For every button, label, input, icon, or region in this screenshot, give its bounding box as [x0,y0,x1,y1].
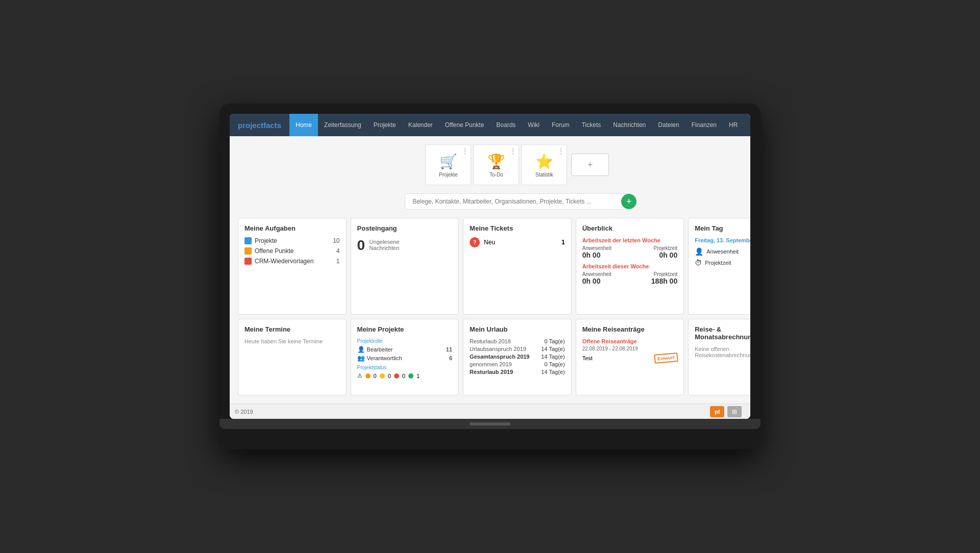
uberblick-letzte-projektzeit-label: Projektzeit [654,245,678,251]
card-meine-aufgaben: Meine Aufgaben Projekte 10 Offene Punkte… [238,218,347,315]
projekt-verantwortlich[interactable]: 👥 Verantwortlich 6 [357,355,453,362]
uberblick-letzte-anwesenheit-value: 0h 00 [582,251,611,259]
search-add-button[interactable]: + [621,194,636,209]
verantwortlich-count: 6 [449,355,452,361]
urlaub-anspruch2019-label: Urlaubsanspruch 2019 [470,346,526,352]
dashboard-grid-row2: Meine Termine Heute haben Sie keine Term… [238,319,750,395]
urlaub-resturlaub2018-value: 0 Tag(e) [544,338,565,344]
task-offenepunkte[interactable]: Offene Punkte 4 [244,247,340,255]
task-offenepunkte-dot [244,247,252,255]
status-warning-icon: ⚠ [357,372,362,379]
mein-tag-projektzeit: ⏱ Projektzeit 180h 00 [695,259,750,267]
reise-monat-empty: Keine offenen Reisekostenabrechnungen [695,346,750,358]
posteingang-content: 0 UngeleseneNachrichten [357,237,453,254]
nav-nachrichten[interactable]: Nachrichten [607,114,652,136]
pf-icon: pf [715,409,720,415]
urlaub-anspruch2019: Urlaubsanspruch 2019 14 Tag(e) [470,346,565,352]
nav-kalender[interactable]: Kalender [402,114,439,136]
uberblick-diese-woche: Arbeitszeit dieser Woche Anwesenheit 0h … [582,263,678,285]
bearbeiter-count: 11 [446,346,452,353]
reise-item-name: Test [582,355,593,361]
plus-icon: + [587,160,593,170]
ticket-neu-row[interactable]: ? Neu 1 [470,237,565,247]
card-posteingang: Posteingang 0 UngeleseneNachrichten [351,218,459,315]
widget-todo-icon: 🏆 [487,153,505,170]
anwesenheit-icon: 👤 [695,247,703,256]
search-input[interactable] [405,193,629,210]
widget-statistik-menu[interactable]: ⋮ [557,147,565,155]
projekt-bearbeiter[interactable]: 👤 Bearbeiter 11 [357,346,453,353]
reise-date: 22.08.2019 - 22.08.2019 [582,346,678,351]
nav-projekte[interactable]: Projekte [368,114,402,136]
widget-todo-menu[interactable]: ⋮ [509,147,517,155]
nav-tickets[interactable]: Tickets [576,114,607,136]
grid-icon: ⊞ [732,408,737,415]
card-meine-termine: Meine Termine Heute haben Sie keine Term… [238,319,347,395]
nav-dateien[interactable]: Dateien [652,114,685,136]
task-crm-count: 1 [336,258,340,265]
reise-offene-title: Offene Reiseanträge [582,338,678,344]
ticket-neu-label: Neu [484,239,495,246]
nav-finanzen[interactable]: Finanzen [685,114,723,136]
nav-crm[interactable]: CRM [744,114,750,136]
nav-offenepunkte[interactable]: Offene Punkte [439,114,491,136]
nav-zeiterfassung[interactable]: Zeiterfassung [318,114,368,136]
ticket-neu-icon: ? [470,237,480,247]
task-projekte-count: 10 [333,237,339,244]
urlaub-rest2019-label: Resturlaub 2019 [470,369,513,375]
bearbeiter-label: Bearbeiter [367,346,444,353]
card-mein-urlaub: Mein Urlaub Resturlaub 2018 0 Tag(e) Url… [463,319,572,395]
nav-home[interactable]: Home [289,114,318,136]
footer-btn-grid[interactable]: ⊞ [727,406,742,417]
widget-todo[interactable]: ⋮ 🏆 To-Do [473,144,519,185]
navbar: projectfacts Home Zeiterfassung Projekte… [230,114,750,136]
card-mein-tag-title: Mein Tag [695,224,750,232]
uberblick-letzte-anwesenheit-label: Anwesenheit [582,245,611,251]
urlaub-rest2019: Resturlaub 2019 14 Tag(e) [470,369,565,375]
card-meine-reiseantraege: Meine Reiseanträge Offene Reiseanträge 2… [576,319,684,395]
posteingang-label: UngeleseneNachrichten [370,239,400,251]
task-crm-dot [244,258,252,265]
nav-forum[interactable]: Forum [546,114,576,136]
uberblick-letzte-projektzeit-value: 0h 00 [654,251,678,259]
card-meine-tickets-title: Meine Tickets [470,224,565,232]
projektzeit-icon: ⏱ [695,259,702,267]
status-red-count: 0 [402,373,405,379]
card-mein-tag: Mein Tag Freitag, 13. September 2019 👤 A… [688,218,750,315]
search-bar: + [405,193,629,210]
urlaub-gesamt2019-label: Gesamtanspruch 2019 [470,354,529,360]
nav-hr[interactable]: HR [723,114,744,136]
reise-item-test[interactable]: Test Entwurf [582,354,678,363]
posteingang-count: 0 [357,237,365,253]
card-meine-reiseantraege-title: Meine Reiseanträge [582,325,678,333]
status-green-count: 1 [416,373,420,379]
urlaub-gesamt2019-value: 14 Tag(e) [541,354,565,360]
task-crm[interactable]: CRM-Wiedervorlagen 1 [244,258,340,265]
task-projekte[interactable]: Projekte 10 [244,237,340,244]
widget-projekte[interactable]: ⋮ 🛒 Projekte [425,144,471,185]
uberblick-diese-woche-title: Arbeitszeit dieser Woche [582,263,678,269]
nav-wiki[interactable]: Wiki [522,114,546,136]
status-orange-count: 0 [374,373,377,379]
widget-statistik-icon: ⭐ [535,153,553,170]
urlaub-genommen2019: genommen 2019 0 Tag(e) [470,361,565,367]
footer-btn-orange[interactable]: pf [710,406,724,417]
card-reise-monat-title: Reise- & Monatsabrechnungen [695,325,750,341]
widget-statistik[interactable]: ⋮ ⭐ Statistik [521,144,567,185]
anwesenheit-label: Anwesenheit [706,248,750,255]
widget-add-button[interactable]: + [571,154,609,176]
task-projekte-label: Projekte [255,237,277,244]
urlaub-resturlaub2018: Resturlaub 2018 0 Tag(e) [470,338,565,344]
footer-btn-dot[interactable]: ● [745,406,750,417]
widget-projekte-menu[interactable]: ⋮ [461,147,469,155]
card-meine-projekte: Meine Projekte Projektrolle 👤 Bearbeiter… [351,319,459,395]
logo[interactable]: projectfacts [230,114,289,136]
mein-tag-anwesenheit: 👤 Anwesenheit 0h 00 [695,247,750,256]
card-meine-aufgaben-title: Meine Aufgaben [244,224,340,232]
widget-todo-label: To-Do [489,172,503,178]
nav-boards[interactable]: Boards [490,114,522,136]
uberblick-letzte-anwesenheit: Anwesenheit 0h 00 Projektzeit 0h 00 [582,245,678,259]
nav-items: Home Zeiterfassung Projekte Kalender Off… [289,114,750,136]
termine-empty: Heute haben Sie keine Termine [244,338,340,344]
card-mein-urlaub-title: Mein Urlaub [470,325,565,333]
